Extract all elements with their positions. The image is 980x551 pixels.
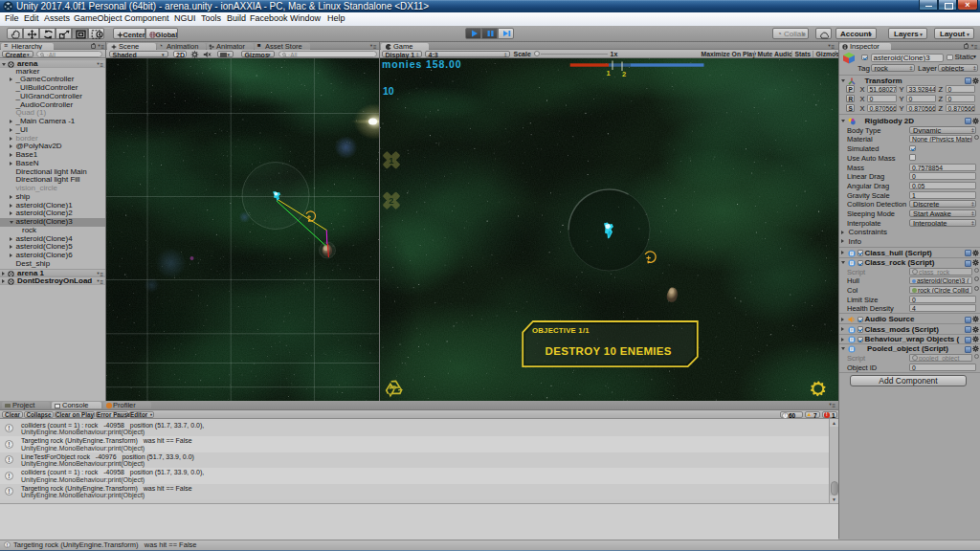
svg-text:OBJECTIVE 1/1: OBJECTIVE 1/1	[532, 326, 590, 335]
svg-text:1: 1	[606, 69, 610, 77]
svg-text:10: 10	[383, 85, 394, 97]
svg-text:2: 2	[622, 70, 626, 78]
svg-text:DESTROY 10 ENEMIES: DESTROY 10 ENEMIES	[545, 345, 672, 357]
svg-text:1: 1	[389, 155, 394, 165]
svg-text:2: 2	[389, 195, 393, 206]
svg-text:monies 158.00: monies 158.00	[382, 58, 462, 70]
